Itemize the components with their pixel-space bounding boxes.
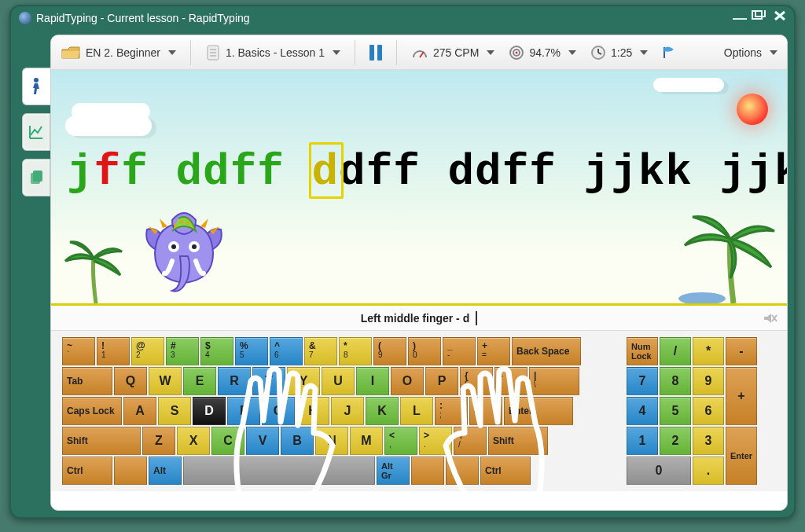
key-shift[interactable]: Shift bbox=[488, 427, 548, 455]
flag-button[interactable] bbox=[662, 46, 679, 60]
key-blank[interactable] bbox=[446, 457, 479, 485]
key-shift[interactable]: Shift bbox=[62, 427, 141, 455]
key-tab[interactable]: Tab bbox=[62, 367, 112, 395]
key--[interactable]: "' bbox=[469, 397, 502, 425]
key-alt-gr[interactable]: Alt Gr bbox=[377, 457, 410, 485]
key-5[interactable]: 5 bbox=[660, 397, 691, 425]
key-o[interactable]: O bbox=[391, 367, 424, 395]
key--[interactable]: *8 bbox=[339, 337, 372, 365]
key--[interactable]: - bbox=[726, 337, 757, 365]
key--[interactable]: )0 bbox=[408, 337, 441, 365]
key-3[interactable]: 3 bbox=[693, 427, 724, 455]
key-r[interactable]: R bbox=[218, 367, 251, 395]
hint-cursor bbox=[476, 311, 477, 325]
key--[interactable]: #3 bbox=[166, 337, 199, 365]
key-m[interactable]: M bbox=[350, 427, 383, 455]
key-d[interactable]: D bbox=[193, 397, 226, 425]
mute-icon[interactable] bbox=[762, 310, 777, 328]
lesson-selector[interactable]: 1. Basics - Lesson 1 bbox=[205, 44, 340, 61]
key--[interactable]: <, bbox=[384, 427, 417, 455]
titlebar[interactable]: RapidTyping - Current lesson - RapidTypi… bbox=[11, 6, 794, 30]
key-4[interactable]: 4 bbox=[627, 397, 658, 425]
key--[interactable]: ?/ bbox=[454, 427, 487, 455]
key-2[interactable]: 2 bbox=[660, 427, 691, 455]
key--[interactable]: :; bbox=[435, 397, 468, 425]
key-u[interactable]: U bbox=[322, 367, 355, 395]
key--[interactable]: >. bbox=[419, 427, 452, 455]
key-enter[interactable]: Enter bbox=[504, 397, 573, 425]
key-blank[interactable] bbox=[183, 457, 375, 485]
key--[interactable]: += bbox=[477, 337, 510, 365]
key--[interactable]: |\ bbox=[529, 367, 579, 395]
key-ctrl[interactable]: Ctrl bbox=[62, 457, 112, 485]
gauge-icon bbox=[411, 46, 428, 60]
time-selector[interactable]: 1:25 bbox=[590, 45, 648, 61]
key-numpad-enter[interactable]: Enter bbox=[726, 427, 757, 485]
key-6[interactable]: 6 bbox=[693, 397, 724, 425]
key-y[interactable]: Y bbox=[287, 367, 320, 395]
key-a[interactable]: A bbox=[123, 397, 156, 425]
key-p[interactable]: P bbox=[425, 367, 458, 395]
key-blank[interactable] bbox=[114, 457, 147, 485]
key-1[interactable]: 1 bbox=[627, 427, 658, 455]
key-0[interactable]: 0 bbox=[627, 457, 691, 485]
key-q[interactable]: Q bbox=[114, 367, 147, 395]
key--[interactable]: }] bbox=[494, 367, 527, 395]
key-9[interactable]: 9 bbox=[693, 367, 724, 395]
key-b[interactable]: B bbox=[281, 427, 314, 455]
svg-point-21 bbox=[186, 222, 189, 225]
key-blank[interactable] bbox=[411, 457, 444, 485]
key--[interactable]: {[ bbox=[460, 367, 493, 395]
speed-selector[interactable]: 275 CPM bbox=[411, 46, 494, 60]
key--[interactable]: (9 bbox=[373, 337, 406, 365]
key--[interactable]: ^6 bbox=[270, 337, 303, 365]
key-g[interactable]: G bbox=[262, 397, 295, 425]
key-alt[interactable]: Alt bbox=[149, 457, 182, 485]
key-s[interactable]: S bbox=[158, 397, 191, 425]
key--[interactable]: ~` bbox=[62, 337, 95, 365]
key-caps-lock[interactable]: Caps Lock bbox=[62, 397, 122, 425]
key-k[interactable]: K bbox=[366, 397, 399, 425]
key-num-lock[interactable]: Num Lock bbox=[627, 337, 658, 365]
key--[interactable]: _- bbox=[443, 337, 476, 365]
tab-lessons-list[interactable] bbox=[22, 159, 50, 196]
options-menu[interactable]: Options bbox=[724, 46, 777, 59]
key--[interactable]: %5 bbox=[235, 337, 268, 365]
key-j[interactable]: J bbox=[331, 397, 364, 425]
key--[interactable]: $4 bbox=[200, 337, 233, 365]
key-h[interactable]: H bbox=[296, 397, 329, 425]
tab-statistics[interactable] bbox=[22, 113, 50, 151]
pause-button[interactable] bbox=[369, 45, 382, 61]
key--[interactable]: / bbox=[660, 337, 691, 365]
close-button[interactable] bbox=[774, 10, 786, 27]
chevron-down-icon bbox=[568, 50, 576, 55]
svg-point-20 bbox=[180, 220, 183, 223]
accuracy-selector[interactable]: 94.7% bbox=[509, 45, 576, 61]
key-back-space[interactable]: Back Space bbox=[512, 337, 581, 365]
key-7[interactable]: 7 bbox=[627, 367, 658, 395]
key-w[interactable]: W bbox=[149, 367, 182, 395]
key-z[interactable]: Z bbox=[142, 427, 175, 455]
key-n[interactable]: N bbox=[315, 427, 348, 455]
key-t[interactable]: T bbox=[252, 367, 285, 395]
maximize-button[interactable] bbox=[752, 10, 766, 27]
key-numpad-plus[interactable]: + bbox=[726, 367, 757, 425]
key--[interactable]: &7 bbox=[304, 337, 337, 365]
tab-lesson[interactable] bbox=[22, 68, 50, 105]
key-l[interactable]: L bbox=[400, 397, 433, 425]
key--[interactable]: @2 bbox=[131, 337, 164, 365]
key-i[interactable]: I bbox=[356, 367, 389, 395]
key-f[interactable]: F bbox=[227, 397, 260, 425]
key-8[interactable]: 8 bbox=[660, 367, 691, 395]
key--[interactable]: * bbox=[693, 337, 724, 365]
minimize-button[interactable]: — bbox=[733, 10, 744, 27]
course-selector[interactable]: EN 2. Beginner bbox=[61, 44, 176, 61]
key-v[interactable]: V bbox=[246, 427, 279, 455]
key-c[interactable]: C bbox=[211, 427, 244, 455]
key-ctrl[interactable]: Ctrl bbox=[480, 457, 531, 485]
key--[interactable]: !1 bbox=[97, 337, 130, 365]
key--[interactable]: . bbox=[693, 457, 724, 485]
key-e[interactable]: E bbox=[183, 367, 216, 395]
target-icon bbox=[509, 45, 524, 61]
key-x[interactable]: X bbox=[177, 427, 210, 455]
